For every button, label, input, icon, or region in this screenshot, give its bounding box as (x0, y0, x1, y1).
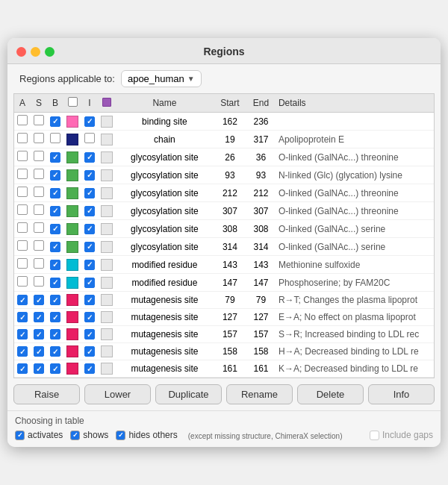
rename-button[interactable]: Rename (226, 384, 293, 404)
color-swatch-cell[interactable] (63, 343, 81, 360)
checkbox-icon[interactable] (17, 240, 28, 251)
check-cell[interactable] (31, 326, 47, 343)
check-cell[interactable] (81, 256, 98, 274)
check-cell[interactable] (31, 274, 47, 292)
check-cell[interactable] (31, 184, 47, 202)
table-row[interactable]: modified residue147147Phosphoserine; by … (14, 274, 434, 292)
check-cell[interactable] (14, 166, 31, 184)
check-cell[interactable] (81, 309, 98, 326)
include-gaps-checkbox[interactable] (370, 431, 379, 440)
checkbox-icon[interactable] (50, 206, 60, 216)
checkbox-icon[interactable] (17, 222, 28, 233)
check-cell[interactable] (81, 343, 98, 360)
color-swatch-cell[interactable] (98, 292, 116, 309)
checkbox-icon[interactable] (50, 242, 60, 252)
check-cell[interactable] (47, 148, 63, 166)
checkbox-icon[interactable] (17, 204, 28, 215)
checkbox-icon[interactable] (50, 188, 60, 198)
check-cell[interactable] (47, 326, 63, 343)
checkbox-icon[interactable] (50, 278, 60, 288)
check-cell[interactable] (31, 256, 47, 274)
check-cell[interactable] (47, 343, 63, 360)
checkbox-icon[interactable] (34, 115, 44, 125)
color-swatch-cell[interactable] (63, 131, 81, 148)
check-cell[interactable] (14, 343, 31, 360)
table-row[interactable]: glycosylation site308308O-linked (GalNAc… (14, 220, 434, 238)
checkbox-icon[interactable] (34, 151, 44, 161)
color-swatch-cell[interactable] (98, 184, 116, 202)
checkbox-icon[interactable] (84, 152, 95, 163)
raise-button[interactable]: Raise (13, 384, 80, 404)
check-cell[interactable] (31, 202, 47, 220)
check-cell[interactable] (14, 256, 31, 274)
minimize-button[interactable] (31, 47, 40, 57)
check-cell[interactable] (14, 274, 31, 292)
check-cell[interactable] (47, 274, 63, 292)
checkbox-icon[interactable] (50, 152, 60, 163)
check-cell[interactable] (47, 184, 63, 202)
checkbox-icon[interactable] (84, 206, 95, 216)
check-cell[interactable] (47, 256, 63, 274)
check-cell[interactable] (81, 166, 98, 184)
color-swatch-cell[interactable] (63, 148, 81, 166)
checkbox-icon[interactable] (17, 295, 28, 305)
check-cell[interactable] (81, 131, 98, 148)
checkbox-icon[interactable] (50, 346, 60, 357)
check-cell[interactable] (81, 238, 98, 256)
checkbox-icon[interactable] (17, 346, 28, 357)
check-cell[interactable] (14, 202, 31, 220)
checkbox-icon[interactable] (17, 258, 28, 269)
checkbox-icon[interactable] (50, 224, 60, 234)
checkbox-icon[interactable] (34, 312, 44, 322)
checkbox-icon[interactable] (50, 295, 60, 305)
color-swatch-cell[interactable] (98, 148, 116, 166)
table-row[interactable]: mutagenesis site157157S→R; Increased bin… (14, 326, 434, 343)
activates-checkbox[interactable] (15, 431, 25, 440)
checkbox-icon[interactable] (50, 329, 60, 340)
check-cell[interactable] (14, 148, 31, 166)
checkbox-icon[interactable] (34, 295, 44, 305)
checkbox-icon[interactable] (34, 346, 44, 357)
check-cell[interactable] (47, 238, 63, 256)
color-swatch-cell[interactable] (63, 184, 81, 202)
check-cell[interactable] (14, 360, 31, 378)
check-cell[interactable] (47, 360, 63, 378)
check-cell[interactable] (14, 131, 31, 148)
checkbox-icon[interactable] (84, 242, 95, 252)
checkbox-icon[interactable] (17, 151, 28, 161)
color-swatch-cell[interactable] (63, 309, 81, 326)
checkbox-icon[interactable] (84, 170, 95, 181)
checkbox-icon[interactable] (34, 329, 44, 340)
checkbox-icon[interactable] (17, 187, 28, 197)
hides-others-checkbox[interactable] (116, 431, 125, 440)
check-cell[interactable] (47, 309, 63, 326)
color-swatch-cell[interactable] (63, 274, 81, 292)
checkbox-icon[interactable] (17, 329, 28, 340)
check-cell[interactable] (81, 202, 98, 220)
check-cell[interactable] (81, 148, 98, 166)
checkbox-icon[interactable] (84, 312, 95, 322)
color-swatch-cell[interactable] (63, 166, 81, 184)
check-cell[interactable] (47, 113, 63, 131)
check-cell[interactable] (14, 113, 31, 131)
region-dropdown[interactable]: apoe_human ▼ (121, 70, 202, 87)
color-swatch-cell[interactable] (63, 202, 81, 220)
color-swatch-cell[interactable] (98, 166, 116, 184)
shows-checkbox[interactable] (70, 431, 80, 440)
check-cell[interactable] (31, 220, 47, 238)
check-cell[interactable] (31, 360, 47, 378)
checkbox-icon[interactable] (34, 276, 44, 287)
checkbox-icon[interactable] (34, 187, 44, 197)
check-cell[interactable] (31, 166, 47, 184)
check-cell[interactable] (81, 274, 98, 292)
check-cell[interactable] (81, 184, 98, 202)
check-cell[interactable] (31, 131, 47, 148)
check-cell[interactable] (81, 292, 98, 309)
color-swatch-cell[interactable] (63, 238, 81, 256)
table-row[interactable]: mutagenesis site161161K→A; Decreased bin… (14, 360, 434, 378)
check-cell[interactable] (47, 166, 63, 184)
table-row[interactable]: glycosylation site9393N-linked (Glc) (gl… (14, 166, 434, 184)
checkbox-icon[interactable] (34, 222, 44, 233)
check-cell[interactable] (31, 292, 47, 309)
checkbox-icon[interactable] (84, 260, 95, 270)
